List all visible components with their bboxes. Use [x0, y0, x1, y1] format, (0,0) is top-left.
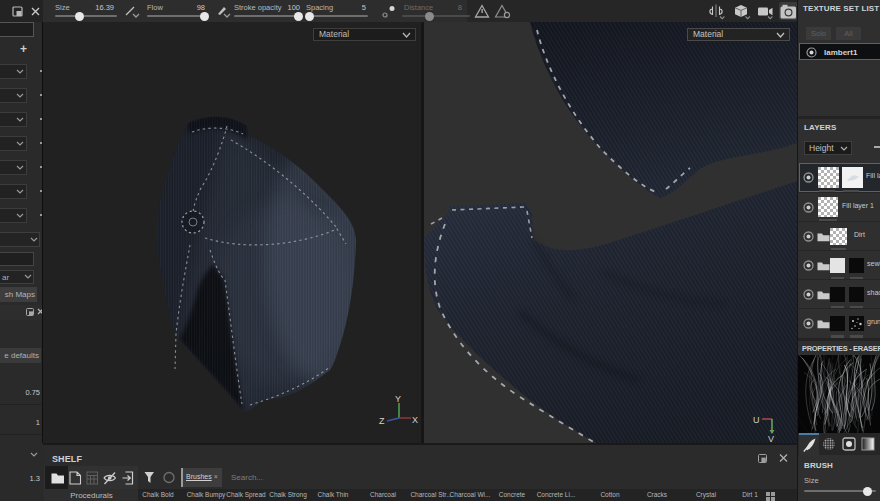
svg-text:Y: Y	[395, 394, 401, 404]
svg-text:X: X	[412, 415, 418, 425]
svg-text:Z: Z	[379, 416, 385, 426]
svg-text:V: V	[768, 434, 774, 443]
svg-text:U: U	[753, 415, 760, 425]
